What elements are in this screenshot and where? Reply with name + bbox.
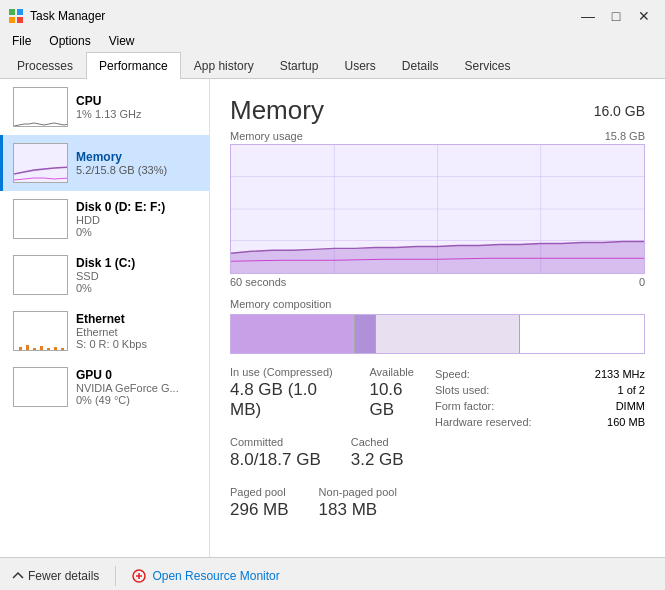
gpu0-name: GPU 0 — [76, 368, 199, 382]
disk1-sub2: 0% — [76, 282, 199, 294]
menu-view[interactable]: View — [101, 32, 143, 50]
svg-rect-2 — [9, 17, 15, 23]
bottom-bar: Fewer details Open Resource Monitor — [0, 557, 665, 590]
sidebar-item-cpu[interactable]: CPU 1% 1.13 GHz — [0, 79, 209, 135]
composition-section: Memory composition — [230, 298, 645, 354]
eth-name: Ethernet — [76, 312, 199, 326]
usage-chart-section: Memory usage 15.8 GB — [230, 130, 645, 288]
in-use-label: In use (Compressed) — [230, 366, 339, 378]
slots-label: Slots used: — [435, 384, 489, 396]
cached-label: Cached — [351, 436, 404, 448]
close-button[interactable]: ✕ — [631, 6, 657, 26]
fewer-details-button[interactable]: Fewer details — [12, 569, 99, 583]
sidebar-item-gpu0[interactable]: GPU 0 NVIDIA GeForce G... 0% (49 °C) — [0, 359, 209, 415]
paged-pool-value: 296 MB — [230, 500, 289, 520]
sidebar-item-ethernet[interactable]: Ethernet Ethernet S: 0 R: 0 Kbps — [0, 303, 209, 359]
svg-rect-16 — [14, 368, 68, 407]
non-paged-pool-label: Non-paged pool — [319, 486, 397, 498]
gpu0-sub2: 0% (49 °C) — [76, 394, 199, 406]
stats-cols: In use (Compressed) 4.8 GB (1.0 MB) Avai… — [230, 366, 645, 528]
minimize-button[interactable]: — — [575, 6, 601, 26]
menu-options[interactable]: Options — [41, 32, 98, 50]
disk0-mini-graph — [13, 199, 68, 239]
app-title: Task Manager — [30, 9, 105, 23]
svg-rect-9 — [19, 347, 22, 351]
cpu-name: CPU — [76, 94, 199, 108]
bottom-divider — [115, 566, 116, 586]
svg-rect-12 — [40, 346, 43, 351]
tab-app-history[interactable]: App history — [181, 52, 267, 79]
svg-rect-11 — [33, 348, 36, 351]
chart-max-label: 15.8 GB — [605, 130, 645, 142]
eth-info: Ethernet Ethernet S: 0 R: 0 Kbps — [76, 312, 199, 350]
svg-rect-13 — [47, 348, 50, 351]
speed-value: 2133 MHz — [595, 368, 645, 380]
disk0-info: Disk 0 (D: E: F:) HDD 0% — [76, 200, 199, 238]
eth-sub1: Ethernet — [76, 326, 199, 338]
sidebar-item-disk0[interactable]: Disk 0 (D: E: F:) HDD 0% — [0, 191, 209, 247]
form-label: Form factor: — [435, 400, 494, 412]
menu-file[interactable]: File — [4, 32, 39, 50]
fewer-details-label: Fewer details — [28, 569, 99, 583]
svg-rect-0 — [9, 9, 15, 15]
disk0-name: Disk 0 (D: E: F:) — [76, 200, 199, 214]
tab-users[interactable]: Users — [331, 52, 388, 79]
speed-label: Speed: — [435, 368, 470, 380]
tab-services[interactable]: Services — [452, 52, 524, 79]
chart-time-start: 60 seconds — [230, 276, 286, 288]
maximize-button[interactable]: □ — [603, 6, 629, 26]
stat-cached: Cached 3.2 GB — [351, 436, 404, 478]
sidebar-item-disk1[interactable]: Disk 1 (C:) SSD 0% — [0, 247, 209, 303]
cpu-info: CPU 1% 1.13 GHz — [76, 94, 199, 120]
stat-paged-pool: Paged pool 296 MB — [230, 486, 289, 528]
detail-header: Memory 16.0 GB — [230, 95, 645, 126]
stats-right: Speed: 2133 MHz Slots used: 1 of 2 Form … — [425, 366, 645, 528]
svg-rect-15 — [61, 348, 64, 351]
disk1-sub1: SSD — [76, 270, 199, 282]
svg-rect-7 — [14, 256, 68, 295]
chart-label: Memory usage — [230, 130, 303, 142]
cpu-sub: 1% 1.13 GHz — [76, 108, 199, 120]
tab-processes[interactable]: Processes — [4, 52, 86, 79]
title-bar-left: Task Manager — [8, 8, 105, 24]
main-content: CPU 1% 1.13 GHz Memory 5.2/15.8 GB (33%) — [0, 79, 665, 557]
comp-modified — [355, 315, 376, 353]
slots-value: 1 of 2 — [617, 384, 645, 396]
tab-details[interactable]: Details — [389, 52, 452, 79]
hw-reserved-value: 160 MB — [607, 416, 645, 428]
available-value: 10.6 GB — [369, 380, 425, 420]
chart-time-end: 0 — [639, 276, 645, 288]
hw-reserved-row: Hardware reserved: 160 MB — [435, 414, 645, 430]
gpu0-sub1: NVIDIA GeForce G... — [76, 382, 199, 394]
menu-bar: File Options View — [0, 30, 665, 52]
composition-chart — [230, 314, 645, 354]
chart-label-row: Memory usage 15.8 GB — [230, 130, 645, 142]
open-resource-monitor-link[interactable]: Open Resource Monitor — [152, 569, 279, 583]
in-use-value: 4.8 GB (1.0 MB) — [230, 380, 339, 420]
tab-bar: Processes Performance App history Startu… — [0, 52, 665, 79]
mem-mini-graph — [13, 143, 68, 183]
form-row: Form factor: DIMM — [435, 398, 645, 414]
mem-name: Memory — [76, 150, 199, 164]
paged-pool-label: Paged pool — [230, 486, 289, 498]
stat-in-use: In use (Compressed) 4.8 GB (1.0 MB) — [230, 366, 339, 428]
disk1-name: Disk 1 (C:) — [76, 256, 199, 270]
non-paged-pool-value: 183 MB — [319, 500, 397, 520]
disk1-mini-graph — [13, 255, 68, 295]
svg-rect-8 — [14, 312, 68, 351]
tab-performance[interactable]: Performance — [86, 52, 181, 79]
committed-label: Committed — [230, 436, 321, 448]
sidebar-item-memory[interactable]: Memory 5.2/15.8 GB (33%) — [0, 135, 209, 191]
form-value: DIMM — [616, 400, 645, 412]
disk0-sub1: HDD — [76, 214, 199, 226]
slots-row: Slots used: 1 of 2 — [435, 382, 645, 398]
app-icon — [8, 8, 24, 24]
resource-monitor-icon — [132, 569, 146, 583]
window-controls: — □ ✕ — [575, 6, 657, 26]
svg-rect-6 — [14, 200, 68, 239]
comp-standby — [376, 315, 521, 353]
tab-startup[interactable]: Startup — [267, 52, 332, 79]
usage-chart — [230, 144, 645, 274]
chart-time-row: 60 seconds 0 — [230, 276, 645, 288]
composition-label: Memory composition — [230, 298, 645, 310]
